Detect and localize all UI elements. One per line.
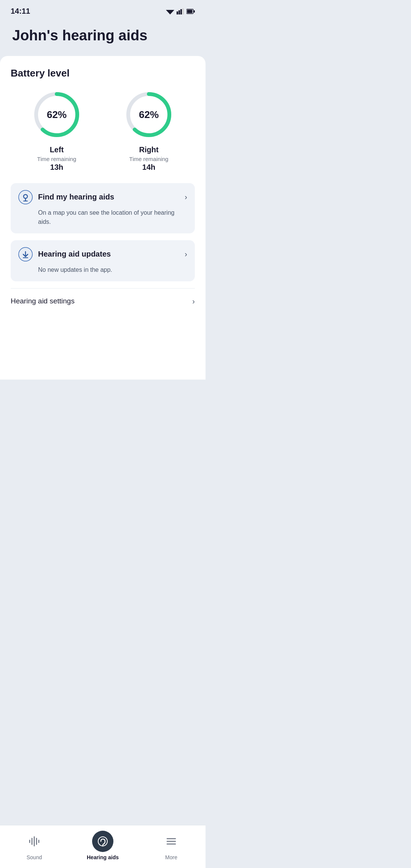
battery-right-circle: 62% [124, 90, 174, 139]
battery-left-time: 13h [50, 163, 63, 172]
status-bar: 14:11 [0, 0, 206, 19]
status-icons [166, 8, 195, 14]
battery-right-percent: 62% [139, 108, 159, 120]
wifi-icon [166, 8, 174, 14]
battery-section-title: Battery level [11, 67, 195, 79]
battery-left-label: Left [50, 145, 64, 154]
download-icon [18, 247, 33, 262]
find-hearing-aids-card[interactable]: Find my hearing aids › On a map you can … [11, 183, 195, 233]
battery-left-remaining-label: Time remaining [37, 156, 76, 162]
signal-icon [177, 8, 184, 14]
updates-card-header: Hearing aid updates › [18, 247, 187, 262]
page-header: John's hearing aids [0, 19, 206, 56]
battery-section: 62% Left Time remaining 13h 62% Right Ti… [11, 90, 195, 172]
battery-right-remaining-label: Time remaining [129, 156, 169, 162]
updates-card-chevron: › [185, 250, 187, 258]
status-time: 14:11 [11, 7, 30, 16]
find-card-header: Find my hearing aids › [18, 190, 187, 204]
svg-rect-4 [182, 8, 184, 14]
battery-left-percent: 62% [47, 108, 67, 120]
location-pin-icon [18, 190, 33, 204]
settings-row-label: Hearing aid settings [11, 297, 75, 305]
page-title: John's hearing aids [12, 27, 193, 45]
find-card-title-row: Find my hearing aids [18, 190, 114, 204]
svg-rect-6 [187, 10, 193, 13]
hearing-aid-settings-row[interactable]: Hearing aid settings › [11, 288, 195, 314]
find-card-chevron: › [185, 193, 187, 201]
updates-card-title: Hearing aid updates [38, 250, 111, 258]
battery-left: 62% Left Time remaining 13h [32, 90, 81, 172]
battery-right: 62% Right Time remaining 14h [124, 90, 174, 172]
battery-right-label: Right [139, 145, 158, 154]
find-card-description: On a map you can see the location of you… [18, 208, 187, 227]
find-card-title: Find my hearing aids [38, 193, 114, 201]
battery-right-time: 14h [142, 163, 155, 172]
updates-card-description: No new updates in the app. [18, 265, 187, 274]
svg-rect-7 [194, 10, 195, 13]
svg-marker-0 [166, 10, 174, 14]
hearing-aid-updates-card[interactable]: Hearing aid updates › No new updates in … [11, 240, 195, 281]
battery-left-circle: 62% [32, 90, 81, 139]
svg-rect-3 [180, 9, 182, 14]
updates-card-title-row: Hearing aid updates [18, 247, 111, 262]
svg-rect-1 [177, 11, 178, 14]
svg-point-12 [19, 190, 32, 204]
battery-icon [186, 9, 195, 14]
main-card: Battery level 62% Left Time remaining 13… [0, 56, 206, 380]
settings-row-chevron: › [192, 297, 195, 306]
svg-rect-2 [178, 10, 180, 14]
